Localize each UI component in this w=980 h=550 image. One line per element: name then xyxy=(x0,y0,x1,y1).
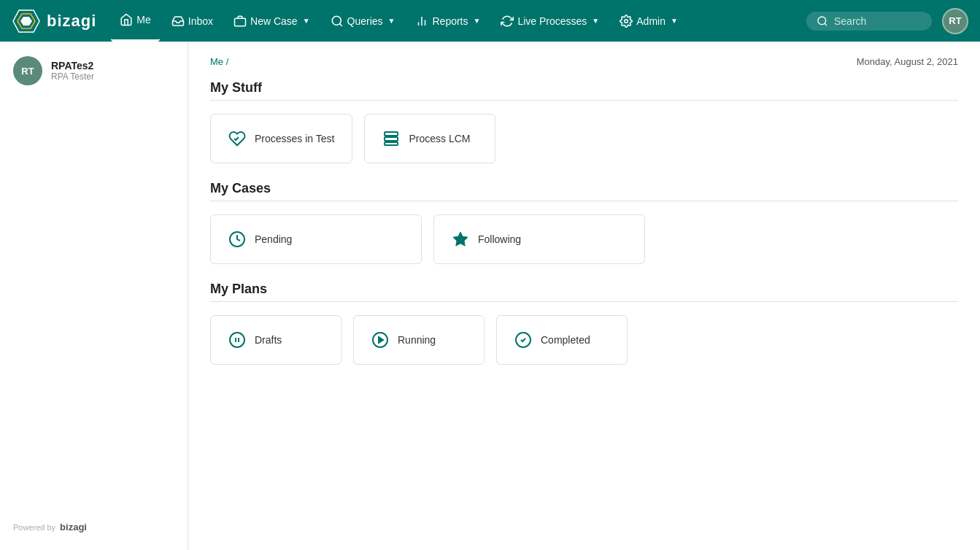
top-navigation: bizagi Me Inbox New Case ▼ Queries ▼ Rep… xyxy=(0,0,980,42)
drafts-label: Drafts xyxy=(255,334,282,346)
card-completed[interactable]: Completed xyxy=(496,315,628,365)
svg-line-5 xyxy=(339,23,342,26)
svg-point-17 xyxy=(230,333,244,347)
card-process-lcm[interactable]: Process LCM xyxy=(364,114,495,163)
live-processes-dropdown-arrow: ▼ xyxy=(592,17,599,25)
card-drafts[interactable]: Drafts xyxy=(210,315,342,365)
sidebar-user-info: RT RPATes2 RPA Tester xyxy=(0,56,188,100)
star-icon xyxy=(452,231,469,248)
my-stuff-cards: Processes in Test Process LCM xyxy=(210,114,958,163)
sidebar-user-details: RPATes2 RPA Tester xyxy=(51,60,94,82)
avatar[interactable]: RT xyxy=(942,8,968,34)
my-plans-cards: Drafts Running Completed xyxy=(210,315,958,365)
nav-item-new-case[interactable]: New Case ▼ xyxy=(225,0,319,42)
admin-icon xyxy=(620,15,633,28)
main-content: Me / Monday, August 2, 2021 My Stuff Pro… xyxy=(188,42,980,550)
my-stuff-divider xyxy=(210,100,958,101)
search-box[interactable] xyxy=(806,12,932,31)
sidebar-user-name: RPATes2 xyxy=(51,60,94,71)
logo-icon xyxy=(12,7,41,36)
my-cases-cards: Pending Following xyxy=(210,214,958,264)
sidebar-footer: Powered by bizagi xyxy=(0,511,188,543)
layers-icon xyxy=(382,130,400,147)
queries-icon xyxy=(331,15,344,28)
nav-item-me[interactable]: Me xyxy=(111,0,159,42)
sidebar: RT RPATes2 RPA Tester Powered by bizagi xyxy=(0,42,188,550)
logo-text: bizagi xyxy=(47,12,96,31)
my-cases-divider xyxy=(210,201,958,201)
home-icon xyxy=(120,13,133,26)
search-icon xyxy=(817,15,828,27)
svg-point-9 xyxy=(625,19,628,23)
sidebar-avatar: RT xyxy=(13,56,42,85)
completed-label: Completed xyxy=(541,334,590,346)
card-following[interactable]: Following xyxy=(433,214,645,264)
live-processes-icon xyxy=(501,15,514,28)
svg-point-10 xyxy=(818,17,826,25)
my-plans-title: My Plans xyxy=(210,282,958,297)
breadcrumb-date: Monday, August 2, 2021 xyxy=(857,56,958,67)
nav-item-admin[interactable]: Admin ▼ xyxy=(611,0,687,42)
reports-dropdown-arrow: ▼ xyxy=(474,17,481,25)
card-running[interactable]: Running xyxy=(353,315,485,365)
pending-label: Pending xyxy=(255,233,292,245)
svg-marker-16 xyxy=(453,232,468,246)
svg-rect-13 xyxy=(385,137,398,141)
nav-item-live-processes[interactable]: Live Processes ▼ xyxy=(492,0,608,42)
main-layout: RT RPATes2 RPA Tester Powered by bizagi … xyxy=(0,42,980,550)
pause-circle-icon xyxy=(228,331,246,349)
nav-item-inbox[interactable]: Inbox xyxy=(163,0,222,42)
queries-dropdown-arrow: ▼ xyxy=(388,17,396,25)
svg-marker-21 xyxy=(379,337,383,343)
svg-line-11 xyxy=(825,23,827,26)
new-case-dropdown-arrow: ▼ xyxy=(303,17,310,25)
svg-rect-12 xyxy=(385,132,398,136)
nav-item-queries[interactable]: Queries ▼ xyxy=(322,0,404,42)
process-lcm-label: Process LCM xyxy=(409,133,470,144)
heart-pulse-icon xyxy=(228,130,246,147)
my-plans-divider xyxy=(210,301,958,302)
processes-in-test-label: Processes in Test xyxy=(255,133,334,144)
svg-point-4 xyxy=(332,16,341,25)
logo[interactable]: bizagi xyxy=(12,7,96,36)
running-label: Running xyxy=(398,334,436,346)
svg-rect-3 xyxy=(235,18,246,26)
breadcrumb: Me / xyxy=(210,56,228,67)
new-case-icon xyxy=(234,15,247,28)
svg-rect-14 xyxy=(385,142,398,145)
nav-item-reports[interactable]: Reports ▼ xyxy=(406,0,489,42)
admin-dropdown-arrow: ▼ xyxy=(671,17,678,25)
svg-marker-2 xyxy=(20,17,32,26)
play-circle-icon xyxy=(371,331,389,349)
card-processes-in-test[interactable]: Processes in Test xyxy=(210,114,352,163)
sidebar-user-role: RPA Tester xyxy=(51,71,94,82)
powered-by-label: Powered by xyxy=(13,523,55,532)
my-cases-title: My Cases xyxy=(210,181,958,196)
check-circle-icon xyxy=(514,331,532,349)
clock-icon xyxy=(228,231,246,248)
inbox-icon xyxy=(171,15,185,28)
powered-by-logo: bizagi xyxy=(60,522,87,532)
breadcrumb-row: Me / Monday, August 2, 2021 xyxy=(210,56,958,67)
card-pending[interactable]: Pending xyxy=(210,214,422,264)
my-stuff-title: My Stuff xyxy=(210,80,958,96)
reports-icon xyxy=(415,15,428,28)
following-label: Following xyxy=(478,233,521,245)
search-input[interactable] xyxy=(834,15,922,27)
